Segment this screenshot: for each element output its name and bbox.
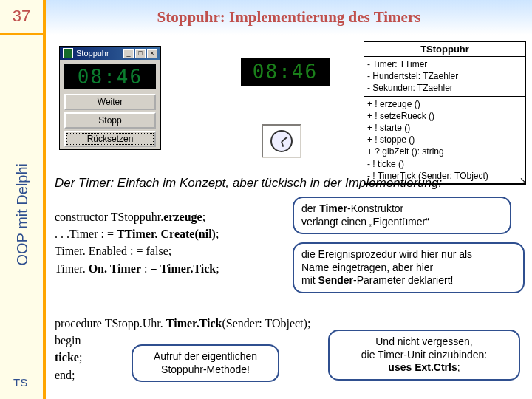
caption-lead: Der Timer:: [55, 176, 114, 190]
app-window: Stoppuhr _ □ × 08:46 Weiter Stopp Rückse…: [59, 46, 161, 150]
timer-icon: [262, 124, 301, 158]
page-number: 37: [0, 0, 46, 35]
uml-op: + ! setzeRueck (): [367, 110, 522, 122]
close-icon[interactable]: ×: [147, 49, 157, 58]
reset-button[interactable]: Rücksetzen: [64, 131, 156, 147]
page-title: Stoppuhr: Implementierung des Timers: [46, 0, 532, 35]
window-title: Stoppuhr: [76, 49, 109, 58]
resume-button[interactable]: Weiter: [64, 94, 156, 110]
uml-op: + ! starte (): [367, 122, 522, 134]
resize-grip-icon: ↘: [519, 175, 527, 185]
standalone-time-display: 08:46: [241, 58, 330, 86]
callout-constructor: der Timer-Konstruktor verlangt einen „Ei…: [293, 197, 511, 234]
uml-attr: - Hundertstel: TZaehler: [367, 70, 522, 82]
callout-eventproc: die Ereignisprozedur wird hier nur als N…: [293, 242, 525, 293]
uml-attributes: - Timer: TTimer - Hundertstel: TZaehler …: [364, 57, 525, 97]
callout-ticke: Aufruf der eigentlichen Stoppuhr-Methode…: [132, 344, 279, 382]
sidebar-footer: TS: [13, 376, 27, 389]
time-display: 08:46: [64, 64, 156, 89]
code-block-constructor: constructor TStoppuhr.erzeuge; . . .Time…: [55, 208, 219, 277]
uml-op: + ! erzeuge (): [367, 98, 522, 110]
minimize-icon[interactable]: _: [123, 49, 134, 58]
uml-class-box: TStoppuhr - Timer: TTimer - Hundertstel:…: [364, 41, 526, 185]
sidebar-label: OOP mit Delphi: [14, 163, 31, 266]
uml-op: + ? gibZeit (): string: [367, 146, 522, 157]
uml-operations: + ! erzeuge () + ! setzeRueck () + ! sta…: [364, 97, 525, 184]
uml-classname: TStoppuhr: [364, 42, 525, 57]
callout-uses: Und nicht vergessen, die Timer-Unit einz…: [328, 330, 520, 381]
caption: Der Timer: Einfach im Konzept, aber tück…: [55, 176, 442, 191]
sidebar: OOP mit Delphi TS: [0, 35, 46, 399]
maximize-icon[interactable]: □: [135, 49, 146, 58]
app-icon: [63, 48, 73, 58]
window-titlebar: Stoppuhr _ □ ×: [60, 47, 160, 60]
uml-attr: - Timer: TTimer: [367, 58, 522, 70]
stop-button[interactable]: Stopp: [64, 112, 156, 129]
uml-op: - ! ticke (): [367, 158, 522, 170]
uml-op: + ! stoppe (): [367, 134, 522, 146]
clock-face-icon: [270, 130, 293, 152]
caption-rest: Einfach im Konzept, aber tückisch in der…: [114, 176, 442, 190]
uml-attr: - Sekunden: TZaehler: [367, 82, 522, 94]
